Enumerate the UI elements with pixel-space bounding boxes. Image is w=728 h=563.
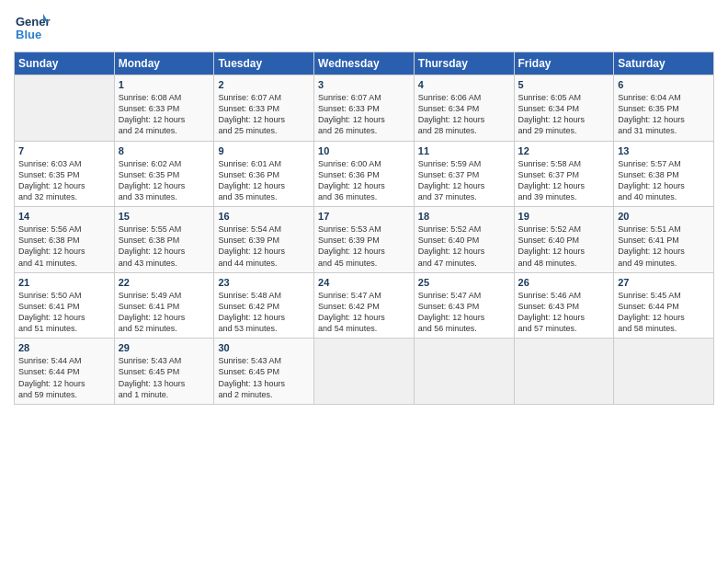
col-header-saturday: Saturday	[614, 52, 714, 75]
calendar-cell: 29Sunrise: 5:43 AM Sunset: 6:45 PM Dayli…	[114, 339, 214, 405]
day-info: Sunrise: 6:08 AM Sunset: 6:33 PM Dayligh…	[119, 92, 210, 137]
day-info: Sunrise: 5:48 AM Sunset: 6:42 PM Dayligh…	[218, 290, 310, 335]
calendar-cell: 9Sunrise: 6:01 AM Sunset: 6:36 PM Daylig…	[214, 141, 314, 207]
calendar-cell: 4Sunrise: 6:06 AM Sunset: 6:34 PM Daylig…	[414, 75, 514, 142]
calendar-cell: 22Sunrise: 5:49 AM Sunset: 6:41 PM Dayli…	[114, 272, 214, 339]
calendar-cell: 28Sunrise: 5:44 AM Sunset: 6:44 PM Dayli…	[15, 339, 115, 405]
calendar-cell: 12Sunrise: 5:58 AM Sunset: 6:37 PM Dayli…	[514, 141, 614, 207]
col-header-thursday: Thursday	[414, 52, 514, 75]
week-row-5: 28Sunrise: 5:44 AM Sunset: 6:44 PM Dayli…	[15, 339, 714, 405]
day-number: 18	[418, 211, 510, 222]
day-info: Sunrise: 5:51 AM Sunset: 6:41 PM Dayligh…	[618, 224, 710, 269]
col-header-monday: Monday	[114, 52, 214, 75]
day-info: Sunrise: 6:07 AM Sunset: 6:33 PM Dayligh…	[218, 92, 310, 137]
day-info: Sunrise: 5:49 AM Sunset: 6:41 PM Dayligh…	[119, 290, 210, 335]
day-number: 30	[218, 342, 310, 353]
calendar-cell: 6Sunrise: 6:04 AM Sunset: 6:35 PM Daylig…	[614, 75, 714, 142]
day-info: Sunrise: 6:01 AM Sunset: 6:36 PM Dayligh…	[218, 158, 310, 203]
day-number: 24	[318, 277, 410, 288]
day-info: Sunrise: 6:00 AM Sunset: 6:36 PM Dayligh…	[318, 158, 410, 203]
day-info: Sunrise: 5:57 AM Sunset: 6:38 PM Dayligh…	[618, 158, 710, 203]
svg-text:Blue: Blue	[16, 28, 41, 41]
calendar-cell: 8Sunrise: 6:02 AM Sunset: 6:35 PM Daylig…	[114, 141, 214, 207]
calendar-table: SundayMondayTuesdayWednesdayThursdayFrid…	[14, 52, 714, 405]
day-number: 19	[518, 211, 610, 222]
day-info: Sunrise: 6:02 AM Sunset: 6:35 PM Dayligh…	[119, 158, 210, 203]
day-number: 21	[18, 277, 110, 288]
day-info: Sunrise: 5:46 AM Sunset: 6:43 PM Dayligh…	[518, 290, 610, 335]
calendar-cell: 5Sunrise: 6:05 AM Sunset: 6:34 PM Daylig…	[514, 75, 614, 142]
week-row-3: 14Sunrise: 5:56 AM Sunset: 6:38 PM Dayli…	[15, 207, 714, 273]
day-info: Sunrise: 5:47 AM Sunset: 6:42 PM Dayligh…	[318, 290, 410, 335]
svg-text:General: General	[16, 15, 51, 29]
day-number: 6	[618, 79, 710, 90]
day-info: Sunrise: 5:56 AM Sunset: 6:38 PM Dayligh…	[18, 224, 110, 269]
calendar-cell: 21Sunrise: 5:50 AM Sunset: 6:41 PM Dayli…	[15, 272, 115, 339]
day-info: Sunrise: 5:54 AM Sunset: 6:39 PM Dayligh…	[218, 224, 310, 269]
day-info: Sunrise: 5:43 AM Sunset: 6:45 PM Dayligh…	[119, 355, 210, 400]
day-info: Sunrise: 5:47 AM Sunset: 6:43 PM Dayligh…	[418, 290, 510, 335]
calendar-cell: 20Sunrise: 5:51 AM Sunset: 6:41 PM Dayli…	[614, 207, 714, 273]
week-row-1: 1Sunrise: 6:08 AM Sunset: 6:33 PM Daylig…	[15, 75, 714, 142]
calendar-cell: 26Sunrise: 5:46 AM Sunset: 6:43 PM Dayli…	[514, 272, 614, 339]
day-info: Sunrise: 5:44 AM Sunset: 6:44 PM Dayligh…	[18, 355, 110, 400]
day-info: Sunrise: 6:03 AM Sunset: 6:35 PM Dayligh…	[18, 158, 110, 203]
logo: General Blue	[14, 9, 54, 46]
day-info: Sunrise: 5:50 AM Sunset: 6:41 PM Dayligh…	[18, 290, 110, 335]
day-info: Sunrise: 5:52 AM Sunset: 6:40 PM Dayligh…	[518, 224, 610, 269]
day-info: Sunrise: 6:04 AM Sunset: 6:35 PM Dayligh…	[618, 92, 710, 137]
day-number: 1	[119, 79, 210, 90]
day-number: 11	[418, 145, 510, 156]
col-header-tuesday: Tuesday	[214, 52, 314, 75]
week-row-4: 21Sunrise: 5:50 AM Sunset: 6:41 PM Dayli…	[15, 272, 714, 339]
day-number: 13	[618, 145, 710, 156]
day-number: 2	[218, 79, 310, 90]
calendar-cell	[414, 339, 514, 405]
day-number: 10	[318, 145, 410, 156]
day-number: 28	[18, 342, 110, 353]
week-row-2: 7Sunrise: 6:03 AM Sunset: 6:35 PM Daylig…	[15, 141, 714, 207]
day-number: 5	[518, 79, 610, 90]
day-number: 26	[518, 277, 610, 288]
day-number: 22	[119, 277, 210, 288]
calendar-cell: 1Sunrise: 6:08 AM Sunset: 6:33 PM Daylig…	[114, 75, 214, 142]
calendar-cell: 23Sunrise: 5:48 AM Sunset: 6:42 PM Dayli…	[214, 272, 314, 339]
calendar-cell: 30Sunrise: 5:43 AM Sunset: 6:45 PM Dayli…	[214, 339, 314, 405]
calendar-cell: 17Sunrise: 5:53 AM Sunset: 6:39 PM Dayli…	[314, 207, 415, 273]
page-container: General Blue SundayMondayTuesdayWednesda…	[0, 0, 728, 414]
calendar-cell: 2Sunrise: 6:07 AM Sunset: 6:33 PM Daylig…	[214, 75, 314, 142]
day-info: Sunrise: 5:55 AM Sunset: 6:38 PM Dayligh…	[119, 224, 210, 269]
day-info: Sunrise: 6:06 AM Sunset: 6:34 PM Dayligh…	[418, 92, 510, 137]
day-number: 7	[18, 145, 110, 156]
calendar-cell	[314, 339, 415, 405]
day-number: 9	[218, 145, 310, 156]
day-number: 27	[618, 277, 710, 288]
day-info: Sunrise: 5:43 AM Sunset: 6:45 PM Dayligh…	[218, 355, 310, 400]
day-info: Sunrise: 5:58 AM Sunset: 6:37 PM Dayligh…	[518, 158, 610, 203]
col-header-friday: Friday	[514, 52, 614, 75]
calendar-cell: 3Sunrise: 6:07 AM Sunset: 6:33 PM Daylig…	[314, 75, 415, 142]
day-number: 25	[418, 277, 510, 288]
day-number: 4	[418, 79, 510, 90]
logo-icon: General Blue	[14, 9, 51, 46]
calendar-cell: 18Sunrise: 5:52 AM Sunset: 6:40 PM Dayli…	[414, 207, 514, 273]
calendar-cell: 13Sunrise: 5:57 AM Sunset: 6:38 PM Dayli…	[614, 141, 714, 207]
day-info: Sunrise: 5:53 AM Sunset: 6:39 PM Dayligh…	[318, 224, 410, 269]
day-number: 14	[18, 211, 110, 222]
day-info: Sunrise: 5:52 AM Sunset: 6:40 PM Dayligh…	[418, 224, 510, 269]
calendar-cell: 16Sunrise: 5:54 AM Sunset: 6:39 PM Dayli…	[214, 207, 314, 273]
header-row: SundayMondayTuesdayWednesdayThursdayFrid…	[15, 52, 714, 75]
calendar-cell	[514, 339, 614, 405]
day-number: 15	[119, 211, 210, 222]
day-number: 8	[119, 145, 210, 156]
header: General Blue	[14, 9, 714, 46]
day-number: 3	[318, 79, 410, 90]
col-header-wednesday: Wednesday	[314, 52, 415, 75]
calendar-cell	[15, 75, 115, 142]
day-info: Sunrise: 6:07 AM Sunset: 6:33 PM Dayligh…	[318, 92, 410, 137]
day-info: Sunrise: 6:05 AM Sunset: 6:34 PM Dayligh…	[518, 92, 610, 137]
calendar-cell: 7Sunrise: 6:03 AM Sunset: 6:35 PM Daylig…	[15, 141, 115, 207]
calendar-cell: 15Sunrise: 5:55 AM Sunset: 6:38 PM Dayli…	[114, 207, 214, 273]
calendar-cell: 10Sunrise: 6:00 AM Sunset: 6:36 PM Dayli…	[314, 141, 415, 207]
day-number: 17	[318, 211, 410, 222]
